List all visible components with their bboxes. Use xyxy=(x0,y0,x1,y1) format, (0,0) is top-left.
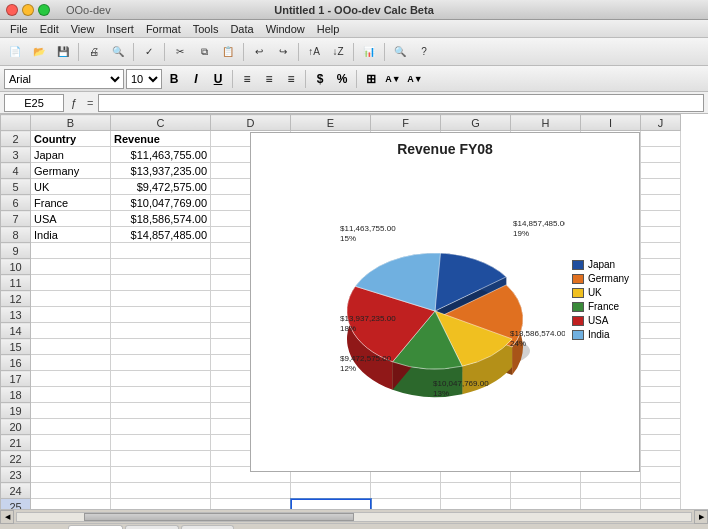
cell-C4[interactable]: $13,937,235.00 xyxy=(111,163,211,179)
cell-C14[interactable] xyxy=(111,323,211,339)
cell-J24[interactable] xyxy=(641,483,681,499)
horizontal-scrollbar[interactable]: ◀ ▶ xyxy=(0,509,708,523)
cell-C11[interactable] xyxy=(111,275,211,291)
cell-B9[interactable] xyxy=(31,243,111,259)
redo-button[interactable]: ↪ xyxy=(272,41,294,63)
cell-J16[interactable] xyxy=(641,355,681,371)
cell-J11[interactable] xyxy=(641,275,681,291)
cell-C16[interactable] xyxy=(111,355,211,371)
cell-J6[interactable] xyxy=(641,195,681,211)
cell-B18[interactable] xyxy=(31,387,111,403)
currency-button[interactable]: $ xyxy=(310,69,330,89)
font-color-button[interactable]: A▼ xyxy=(405,69,425,89)
menu-view[interactable]: View xyxy=(65,23,101,35)
open-button[interactable]: 📂 xyxy=(28,41,50,63)
cell-B8[interactable]: India xyxy=(31,227,111,243)
preview-button[interactable]: 🔍 xyxy=(107,41,129,63)
copy-button[interactable]: ⧉ xyxy=(193,41,215,63)
cell-C15[interactable] xyxy=(111,339,211,355)
cell-C13[interactable] xyxy=(111,307,211,323)
new-button[interactable]: 📄 xyxy=(4,41,26,63)
col-header-D[interactable]: D xyxy=(211,115,291,131)
cell-C25[interactable] xyxy=(111,499,211,510)
menu-tools[interactable]: Tools xyxy=(187,23,225,35)
cell-B16[interactable] xyxy=(31,355,111,371)
col-header-B[interactable]: B xyxy=(31,115,111,131)
cell-C18[interactable] xyxy=(111,387,211,403)
cell-B10[interactable] xyxy=(31,259,111,275)
cell-J4[interactable] xyxy=(641,163,681,179)
cell-B12[interactable] xyxy=(31,291,111,307)
menu-help[interactable]: Help xyxy=(311,23,346,35)
cell-D24[interactable] xyxy=(211,483,291,499)
col-header-J[interactable]: J xyxy=(641,115,681,131)
help-button[interactable]: ? xyxy=(413,41,435,63)
sort-desc-button[interactable]: ↓Z xyxy=(327,41,349,63)
formula-input[interactable] xyxy=(98,94,704,112)
cell-reference-input[interactable] xyxy=(4,94,64,112)
cell-B19[interactable] xyxy=(31,403,111,419)
cell-J5[interactable] xyxy=(641,179,681,195)
paste-button[interactable]: 📋 xyxy=(217,41,239,63)
cell-B7[interactable]: USA xyxy=(31,211,111,227)
col-header-C[interactable]: C xyxy=(111,115,211,131)
save-button[interactable]: 💾 xyxy=(52,41,74,63)
undo-button[interactable]: ↩ xyxy=(248,41,270,63)
cell-H24[interactable] xyxy=(511,483,581,499)
bold-button[interactable]: B xyxy=(164,69,184,89)
cell-B13[interactable] xyxy=(31,307,111,323)
cell-J18[interactable] xyxy=(641,387,681,403)
chart-button[interactable]: 📊 xyxy=(358,41,380,63)
cell-B5[interactable]: UK xyxy=(31,179,111,195)
cell-C2[interactable]: Revenue xyxy=(111,131,211,147)
col-header-G[interactable]: G xyxy=(441,115,511,131)
cell-C8[interactable]: $14,857,485.00 xyxy=(111,227,211,243)
cell-J14[interactable] xyxy=(641,323,681,339)
print-button[interactable]: 🖨 xyxy=(83,41,105,63)
cell-J12[interactable] xyxy=(641,291,681,307)
cell-I24[interactable] xyxy=(581,483,641,499)
minimize-button[interactable] xyxy=(22,4,34,16)
cell-J19[interactable] xyxy=(641,403,681,419)
cell-C3[interactable]: $11,463,755.00 xyxy=(111,147,211,163)
percent-button[interactable]: % xyxy=(332,69,352,89)
cell-B14[interactable] xyxy=(31,323,111,339)
close-button[interactable] xyxy=(6,4,18,16)
cell-C21[interactable] xyxy=(111,435,211,451)
font-select[interactable]: Arial xyxy=(4,69,124,89)
maximize-button[interactable] xyxy=(38,4,50,16)
cell-C20[interactable] xyxy=(111,419,211,435)
align-center-button[interactable]: ≡ xyxy=(259,69,279,89)
menu-window[interactable]: Window xyxy=(260,23,311,35)
cell-C10[interactable] xyxy=(111,259,211,275)
cell-J17[interactable] xyxy=(641,371,681,387)
cell-B22[interactable] xyxy=(31,451,111,467)
scroll-track[interactable] xyxy=(16,512,692,522)
cell-B15[interactable] xyxy=(31,339,111,355)
sheet-tab-3[interactable]: Sheet3 xyxy=(181,525,235,529)
cell-D25[interactable] xyxy=(211,499,291,510)
cell-I25[interactable] xyxy=(581,499,641,510)
scroll-right-button[interactable]: ▶ xyxy=(694,510,708,524)
font-size-select[interactable]: 10 xyxy=(126,69,162,89)
col-header-E[interactable]: E xyxy=(291,115,371,131)
italic-button[interactable]: I xyxy=(186,69,206,89)
menu-insert[interactable]: Insert xyxy=(100,23,140,35)
cell-B23[interactable] xyxy=(31,467,111,483)
border-button[interactable]: ⊞ xyxy=(361,69,381,89)
menu-data[interactable]: Data xyxy=(224,23,259,35)
cell-J25[interactable] xyxy=(641,499,681,510)
sort-asc-button[interactable]: ↑A xyxy=(303,41,325,63)
sheet-tab-2[interactable]: Sheet2 xyxy=(125,525,179,529)
col-header-F[interactable]: F xyxy=(371,115,441,131)
cell-B3[interactable]: Japan xyxy=(31,147,111,163)
cell-J23[interactable] xyxy=(641,467,681,483)
cell-F24[interactable] xyxy=(371,483,441,499)
cell-J13[interactable] xyxy=(641,307,681,323)
cell-B17[interactable] xyxy=(31,371,111,387)
scroll-thumb[interactable] xyxy=(84,513,354,521)
cell-B6[interactable]: France xyxy=(31,195,111,211)
menu-format[interactable]: Format xyxy=(140,23,187,35)
menu-edit[interactable]: Edit xyxy=(34,23,65,35)
menu-file[interactable]: File xyxy=(4,23,34,35)
